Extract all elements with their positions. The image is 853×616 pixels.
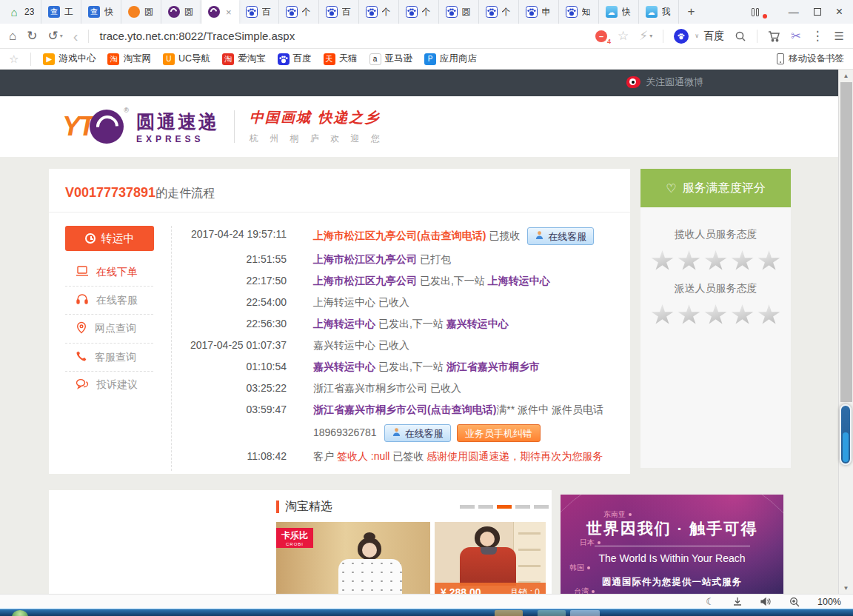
online-service-button[interactable]: 在线客服	[527, 227, 594, 245]
browser-tab[interactable]: 圆	[439, 0, 479, 24]
bookmark-item[interactable]: 天天猫	[324, 53, 358, 65]
menu-item-headset[interactable]: 在线客服	[65, 286, 153, 314]
close-button[interactable]: ×	[836, 6, 843, 18]
address-bar[interactable]: trace.yto.net.cn:8022/TraceSimple.aspx	[99, 30, 585, 42]
carousel-dot[interactable]	[460, 505, 475, 509]
night-mode-icon[interactable]: ☾	[706, 596, 715, 607]
browser-tab[interactable]: 查工	[41, 0, 81, 24]
event-text-segment[interactable]: 嘉兴转运中心	[446, 318, 509, 329]
start-orb[interactable]	[12, 610, 28, 616]
split-view-icon[interactable]	[752, 8, 759, 16]
carousel-dot[interactable]	[534, 505, 549, 509]
online-service-button[interactable]: 在线客服	[384, 424, 451, 442]
browser-tab[interactable]: 申	[519, 0, 559, 24]
star-icon[interactable]	[731, 304, 754, 326]
star-icon[interactable]	[678, 250, 700, 272]
tab-close-icon[interactable]: ×	[226, 7, 232, 18]
bookmark-item[interactable]: 百度	[278, 53, 312, 65]
menu-item-laptop[interactable]: 在线下单	[65, 258, 153, 286]
page-scrollbar[interactable]: ▲ ▼	[838, 70, 853, 594]
scroll-up-arrow[interactable]: ▲	[839, 70, 853, 81]
url-text[interactable]: trace.yto.net.cn:8022/TraceSimple.aspx	[99, 30, 295, 42]
event-text-segment[interactable]: 上海市松江区九亭公司(点击查询电话)	[313, 230, 486, 241]
bookmark-item[interactable]: 淘淘宝网	[107, 53, 151, 65]
taskbar-app[interactable]	[495, 610, 523, 616]
bookmark-item[interactable]: P应用商店	[424, 53, 477, 65]
menu-item-chat[interactable]: 投诉建议	[65, 371, 153, 398]
browser-tab[interactable]: 知	[559, 0, 599, 24]
product-image-2[interactable]: ¥ 288.00 月销 : 0	[435, 522, 546, 594]
star-icon[interactable]	[678, 304, 700, 326]
bookmark-star-icon[interactable]: ☆	[9, 53, 19, 64]
international-banner[interactable]: 东南亚 日本 韩国 台湾 世界因我们 · 触手可得 The World Is W…	[561, 495, 783, 594]
favorite-star-icon[interactable]: ☆	[618, 30, 629, 42]
courier-correction-button[interactable]: 业务员手机纠错	[457, 424, 541, 442]
zoom-level[interactable]: 100%	[817, 597, 841, 607]
zoom-icon[interactable]	[789, 597, 800, 607]
bookmark-item[interactable]: ▶游戏中心	[43, 53, 96, 65]
bookmark-item[interactable]: a亚马逊	[369, 53, 413, 65]
refresh-button[interactable]: ↻	[27, 30, 37, 42]
star-icon[interactable]	[651, 304, 674, 326]
mobile-bookmarks[interactable]: 移动设备书签	[777, 53, 844, 65]
event-text-segment[interactable]: 上海市松江区九亭公司	[313, 275, 417, 287]
menu-item-pin[interactable]: 网点查询	[65, 314, 153, 343]
product-image-1[interactable]: 卡乐比CROBI	[276, 522, 430, 594]
bookmark-item[interactable]: 淘爱淘宝	[222, 53, 266, 65]
event-text-segment[interactable]: 浙江省嘉兴市桐乡市公司(点击查询电话)	[313, 404, 496, 415]
star-icon[interactable]	[651, 250, 674, 272]
star-icon[interactable]	[757, 304, 780, 326]
undo-button[interactable]: ↺▾	[48, 30, 63, 42]
weibo-follow-link[interactable]: 关注圆通微博	[626, 76, 703, 89]
screenshot-scissors-icon[interactable]: ✂	[791, 30, 800, 42]
event-text-segment[interactable]: 浙江省嘉兴市桐乡市	[446, 361, 540, 372]
browser-tab[interactable]: 个	[279, 0, 319, 24]
carousel-dot[interactable]	[515, 505, 530, 509]
star-icon[interactable]	[731, 250, 754, 272]
cart-icon[interactable]	[768, 30, 780, 42]
browser-tab[interactable]: ⌂23	[1, 0, 41, 24]
carousel-dot[interactable]	[497, 505, 512, 509]
browser-tab[interactable]: 查快	[81, 0, 121, 24]
browser-tab[interactable]: 百	[239, 0, 279, 24]
event-text-segment[interactable]: 上海转运中心	[488, 275, 550, 287]
status-button[interactable]: 转运中	[65, 226, 154, 251]
scroll-down-arrow[interactable]: ▼	[839, 582, 853, 594]
star-icon[interactable]	[704, 250, 727, 272]
browser-tab[interactable]: ☁我	[639, 0, 679, 24]
windows-taskbar[interactable]	[0, 609, 853, 616]
browser-tab-active[interactable]: ×	[201, 0, 239, 24]
star-icon[interactable]	[704, 304, 727, 326]
carousel-dot[interactable]	[478, 505, 493, 509]
star-icon[interactable]	[757, 250, 780, 272]
event-text-segment[interactable]: 上海转运中心	[313, 318, 375, 329]
speaker-icon[interactable]	[760, 597, 772, 606]
yto-logo[interactable]: YT	[62, 111, 93, 142]
search-engine-selector[interactable]: ∨ 百度	[674, 29, 724, 44]
home-button[interactable]: ⌂	[9, 30, 16, 42]
taskbar-app[interactable]	[538, 610, 566, 616]
event-text-segment[interactable]: 上海市松江区九亭公司	[313, 253, 417, 265]
event-text-segment[interactable]: 嘉兴转运中心	[313, 361, 375, 372]
browser-tab[interactable]: 百	[319, 0, 359, 24]
sidebar-handle[interactable]	[840, 404, 852, 465]
minimize-button[interactable]: —	[789, 7, 799, 17]
main-menu-icon[interactable]: ☰	[834, 30, 844, 41]
maximize-button[interactable]	[814, 8, 821, 16]
search-icon[interactable]	[735, 30, 746, 42]
browser-tab[interactable]: ☁快	[599, 0, 639, 24]
taskbar-app[interactable]	[570, 610, 600, 616]
menu-item-phone[interactable]: 客服查询	[65, 343, 153, 371]
adblock-icon[interactable]: –4	[595, 30, 607, 42]
back-button[interactable]: ‹	[73, 29, 78, 44]
download-icon[interactable]	[732, 597, 743, 607]
browser-tab[interactable]: 个	[399, 0, 439, 24]
browser-tab[interactable]: 圆	[121, 0, 161, 24]
new-tab-button[interactable]: +	[679, 0, 704, 24]
browser-tab[interactable]: 圆	[161, 0, 201, 24]
browser-tab[interactable]: 个	[359, 0, 399, 24]
browser-tab[interactable]: 个	[479, 0, 519, 24]
bookmark-item[interactable]: UUC导航	[163, 53, 210, 65]
more-menu-icon[interactable]: ⋮	[812, 30, 824, 42]
scrollbar-thumb[interactable]	[840, 82, 852, 402]
